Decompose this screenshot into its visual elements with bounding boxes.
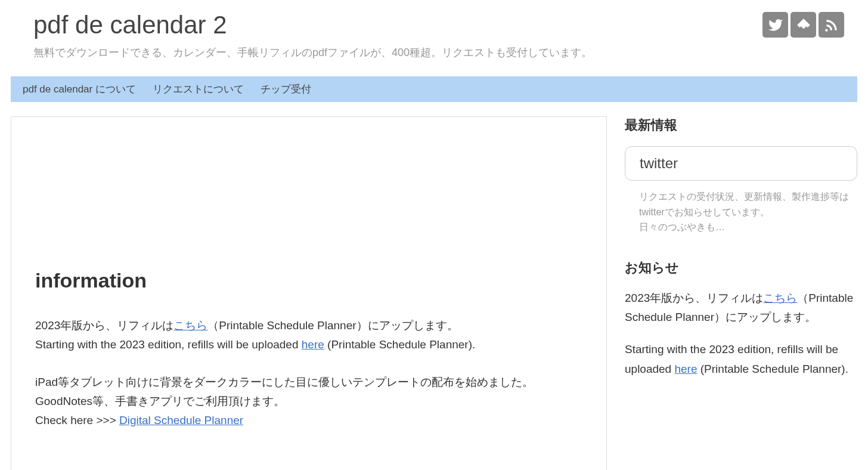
notice-para-2: Starting with the 2023 edition, refills … xyxy=(625,340,857,379)
twitter-desc-text: 日々のつぶやきも… xyxy=(639,222,725,232)
rss-icon[interactable] xyxy=(819,12,844,38)
header-icons xyxy=(762,12,844,38)
info-text: （Printable Schedule Planner）にアップします。 xyxy=(207,319,458,332)
sidebar-notice: お知らせ 2023年版から、リフィルはこちら（Printable Schedul… xyxy=(625,259,857,379)
feedly-icon[interactable] xyxy=(790,12,816,38)
site-subtitle: 無料でダウンロードできる、カレンダー、手帳リフィルのpdfファイルが、400種超… xyxy=(33,45,762,60)
notice-heading: お知らせ xyxy=(625,259,857,277)
notice-link-here[interactable]: here xyxy=(674,363,697,375)
info-heading: information xyxy=(35,269,582,292)
link-digital-planner[interactable]: Digital Schedule Planner xyxy=(119,414,243,426)
twitter-icon[interactable] xyxy=(762,12,788,38)
site-title: pdf de calendar 2 xyxy=(33,11,762,39)
nav-item-request[interactable]: リクエストについて xyxy=(153,82,244,96)
link-here[interactable]: here xyxy=(302,338,324,351)
ad-spacer xyxy=(35,141,582,269)
info-text: iPad等タブレット向けに背景をダークカラーにした目に優しいテンプレートの配布を… xyxy=(35,376,534,407)
notice-para-1: 2023年版から、リフィルはこちら（Printable Schedule Pla… xyxy=(625,289,857,327)
twitter-description: リクエストの受付状況、更新情報、製作進捗等はtwitterでお知らせしています。… xyxy=(625,189,857,235)
twitter-desc-text: リクエストの受付状況、更新情報、製作進捗等はtwitterでお知らせしています。 xyxy=(639,191,849,217)
info-para-1: 2023年版から、リフィルはこちら（Printable Schedule Pla… xyxy=(35,316,582,355)
latest-heading: 最新情報 xyxy=(625,116,857,134)
nav-bar: pdf de calendar について リクエストについて チップ受付 xyxy=(11,76,857,102)
notice-link-kochira[interactable]: こちら xyxy=(763,292,797,304)
info-text: Starting with the 2023 edition, refills … xyxy=(35,338,302,351)
sidebar: 最新情報 twitter リクエストの受付状況、更新情報、製作進捗等はtwitt… xyxy=(625,116,857,470)
info-text: 2023年版から、リフィルは xyxy=(35,319,173,332)
notice-text: (Printable Schedule Planner). xyxy=(698,363,848,375)
info-para-2: iPad等タブレット向けに背景をダークカラーにした目に優しいテンプレートの配布を… xyxy=(35,373,582,431)
twitter-link-box[interactable]: twitter xyxy=(625,146,857,181)
main-content: information 2023年版から、リフィルはこちら（Printable … xyxy=(11,116,607,470)
notice-text: 2023年版から、リフィルは xyxy=(625,292,763,304)
sidebar-latest: 最新情報 twitter リクエストの受付状況、更新情報、製作進捗等はtwitt… xyxy=(625,116,857,235)
nav-item-tip[interactable]: チップ受付 xyxy=(261,82,311,96)
nav-item-about[interactable]: pdf de calendar について xyxy=(23,82,136,96)
info-text: Check here >>> xyxy=(35,414,119,426)
info-text: (Printable Schedule Planner). xyxy=(324,338,475,351)
link-kochira[interactable]: こちら xyxy=(173,319,207,332)
